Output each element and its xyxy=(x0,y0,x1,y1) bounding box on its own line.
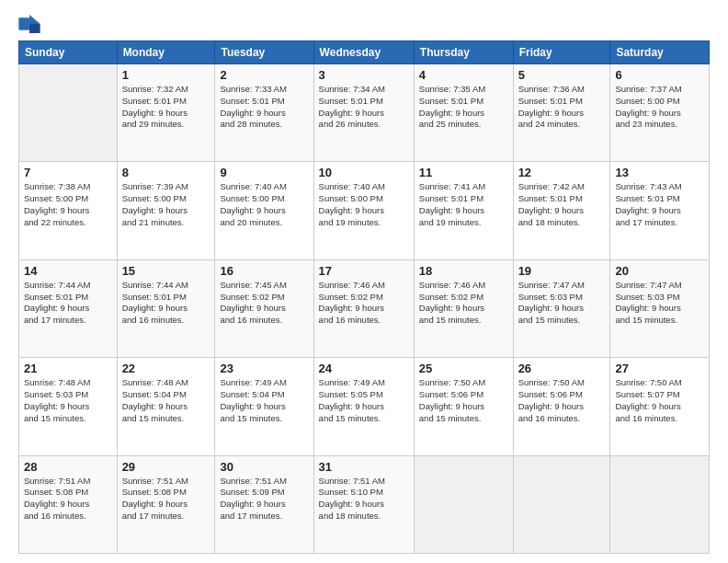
day-number: 13 xyxy=(615,166,704,179)
calendar-cell: 29Sunrise: 7:51 AMSunset: 5:08 PMDayligh… xyxy=(117,455,215,553)
day-info: Sunrise: 7:34 AMSunset: 5:01 PMDaylight:… xyxy=(319,84,409,131)
day-number: 4 xyxy=(419,68,508,82)
calendar-cell: 23Sunrise: 7:49 AMSunset: 5:04 PMDayligh… xyxy=(215,358,313,455)
calendar-cell: 1Sunrise: 7:32 AMSunset: 5:01 PMDaylight… xyxy=(117,64,215,162)
calendar-cell: 13Sunrise: 7:43 AMSunset: 5:01 PMDayligh… xyxy=(610,162,710,259)
day-info: Sunrise: 7:49 AMSunset: 5:05 PMDaylight:… xyxy=(319,377,409,424)
day-number: 16 xyxy=(220,264,308,278)
day-number: 9 xyxy=(220,166,308,179)
day-info: Sunrise: 7:32 AMSunset: 5:01 PMDaylight:… xyxy=(122,84,210,131)
calendar-header-thursday: Thursday xyxy=(414,41,513,64)
day-number: 29 xyxy=(122,460,210,474)
logo-icon xyxy=(18,15,40,33)
day-info: Sunrise: 7:50 AMSunset: 5:06 PMDaylight:… xyxy=(518,377,606,424)
calendar-cell: 30Sunrise: 7:51 AMSunset: 5:09 PMDayligh… xyxy=(215,455,313,553)
day-info: Sunrise: 7:38 AMSunset: 5:00 PMDaylight:… xyxy=(24,181,112,228)
day-number: 31 xyxy=(319,460,409,474)
calendar-week-row: 14Sunrise: 7:44 AMSunset: 5:01 PMDayligh… xyxy=(19,259,710,357)
day-info: Sunrise: 7:51 AMSunset: 5:10 PMDaylight:… xyxy=(319,476,409,523)
day-info: Sunrise: 7:44 AMSunset: 5:01 PMDaylight:… xyxy=(24,280,112,327)
day-number: 20 xyxy=(615,264,704,278)
calendar-header-tuesday: Tuesday xyxy=(215,41,313,64)
day-info: Sunrise: 7:42 AMSunset: 5:01 PMDaylight:… xyxy=(518,181,606,228)
day-number: 18 xyxy=(419,264,508,278)
calendar-cell: 2Sunrise: 7:33 AMSunset: 5:01 PMDaylight… xyxy=(215,64,313,162)
day-number: 23 xyxy=(220,362,308,375)
calendar-cell: 26Sunrise: 7:50 AMSunset: 5:06 PMDayligh… xyxy=(513,358,610,455)
calendar-cell: 28Sunrise: 7:51 AMSunset: 5:08 PMDayligh… xyxy=(19,455,118,553)
day-info: Sunrise: 7:37 AMSunset: 5:00 PMDaylight:… xyxy=(615,84,704,131)
calendar-header-wednesday: Wednesday xyxy=(313,41,414,64)
day-info: Sunrise: 7:41 AMSunset: 5:01 PMDaylight:… xyxy=(419,181,508,228)
day-info: Sunrise: 7:33 AMSunset: 5:01 PMDaylight:… xyxy=(220,84,308,131)
logo xyxy=(18,15,44,33)
calendar-header-row: SundayMondayTuesdayWednesdayThursdayFrid… xyxy=(19,41,710,64)
day-number: 22 xyxy=(122,362,210,375)
day-number: 25 xyxy=(419,362,508,375)
calendar-cell: 19Sunrise: 7:47 AMSunset: 5:03 PMDayligh… xyxy=(513,259,610,357)
day-number: 1 xyxy=(122,68,210,82)
day-number: 3 xyxy=(319,68,409,82)
day-number: 12 xyxy=(518,166,606,179)
calendar-cell: 27Sunrise: 7:50 AMSunset: 5:07 PMDayligh… xyxy=(610,358,710,455)
day-number: 8 xyxy=(122,166,210,179)
day-number: 15 xyxy=(122,264,210,278)
day-info: Sunrise: 7:40 AMSunset: 5:00 PMDaylight:… xyxy=(319,181,409,228)
calendar-week-row: 28Sunrise: 7:51 AMSunset: 5:08 PMDayligh… xyxy=(19,455,710,553)
day-info: Sunrise: 7:50 AMSunset: 5:07 PMDaylight:… xyxy=(615,377,704,424)
day-info: Sunrise: 7:51 AMSunset: 5:08 PMDaylight:… xyxy=(24,476,112,523)
calendar-cell: 22Sunrise: 7:48 AMSunset: 5:04 PMDayligh… xyxy=(117,358,215,455)
day-info: Sunrise: 7:43 AMSunset: 5:01 PMDaylight:… xyxy=(615,181,704,228)
day-info: Sunrise: 7:40 AMSunset: 5:00 PMDaylight:… xyxy=(220,181,308,228)
day-info: Sunrise: 7:36 AMSunset: 5:01 PMDaylight:… xyxy=(518,84,606,131)
day-number: 17 xyxy=(319,264,409,278)
svg-marker-1 xyxy=(29,15,40,24)
calendar-cell: 21Sunrise: 7:48 AMSunset: 5:03 PMDayligh… xyxy=(19,358,118,455)
calendar-cell: 5Sunrise: 7:36 AMSunset: 5:01 PMDaylight… xyxy=(513,64,610,162)
calendar-cell: 20Sunrise: 7:47 AMSunset: 5:03 PMDayligh… xyxy=(610,259,710,357)
day-number: 5 xyxy=(518,68,606,82)
day-info: Sunrise: 7:51 AMSunset: 5:08 PMDaylight:… xyxy=(122,476,210,523)
day-info: Sunrise: 7:39 AMSunset: 5:00 PMDaylight:… xyxy=(122,181,210,228)
day-number: 10 xyxy=(319,166,409,179)
day-number: 27 xyxy=(615,362,704,375)
day-info: Sunrise: 7:48 AMSunset: 5:03 PMDaylight:… xyxy=(24,377,112,424)
day-info: Sunrise: 7:35 AMSunset: 5:01 PMDaylight:… xyxy=(419,84,508,131)
calendar-header-sunday: Sunday xyxy=(19,41,118,64)
day-info: Sunrise: 7:46 AMSunset: 5:02 PMDaylight:… xyxy=(319,280,409,327)
calendar-cell xyxy=(610,455,710,553)
day-number: 30 xyxy=(220,460,308,474)
calendar-cell xyxy=(414,455,513,553)
calendar-cell xyxy=(19,64,118,162)
calendar-cell: 15Sunrise: 7:44 AMSunset: 5:01 PMDayligh… xyxy=(117,259,215,357)
day-info: Sunrise: 7:45 AMSunset: 5:02 PMDaylight:… xyxy=(220,280,308,327)
day-info: Sunrise: 7:51 AMSunset: 5:09 PMDaylight:… xyxy=(220,476,308,523)
day-number: 24 xyxy=(319,362,409,375)
calendar-cell: 25Sunrise: 7:50 AMSunset: 5:06 PMDayligh… xyxy=(414,358,513,455)
day-info: Sunrise: 7:48 AMSunset: 5:04 PMDaylight:… xyxy=(122,377,210,424)
calendar-cell: 24Sunrise: 7:49 AMSunset: 5:05 PMDayligh… xyxy=(313,358,414,455)
calendar-cell: 12Sunrise: 7:42 AMSunset: 5:01 PMDayligh… xyxy=(513,162,610,259)
calendar-cell: 14Sunrise: 7:44 AMSunset: 5:01 PMDayligh… xyxy=(19,259,118,357)
svg-rect-0 xyxy=(18,17,29,29)
day-info: Sunrise: 7:47 AMSunset: 5:03 PMDaylight:… xyxy=(615,280,704,327)
calendar-week-row: 21Sunrise: 7:48 AMSunset: 5:03 PMDayligh… xyxy=(19,358,710,455)
calendar-week-row: 7Sunrise: 7:38 AMSunset: 5:00 PMDaylight… xyxy=(19,162,710,259)
page-container: SundayMondayTuesdayWednesdayThursdayFrid… xyxy=(0,0,728,563)
calendar-cell: 11Sunrise: 7:41 AMSunset: 5:01 PMDayligh… xyxy=(414,162,513,259)
calendar-cell: 16Sunrise: 7:45 AMSunset: 5:02 PMDayligh… xyxy=(215,259,313,357)
day-info: Sunrise: 7:46 AMSunset: 5:02 PMDaylight:… xyxy=(419,280,508,327)
calendar-cell: 18Sunrise: 7:46 AMSunset: 5:02 PMDayligh… xyxy=(414,259,513,357)
day-info: Sunrise: 7:49 AMSunset: 5:04 PMDaylight:… xyxy=(220,377,308,424)
calendar-cell: 3Sunrise: 7:34 AMSunset: 5:01 PMDaylight… xyxy=(313,64,414,162)
calendar-cell: 10Sunrise: 7:40 AMSunset: 5:00 PMDayligh… xyxy=(313,162,414,259)
calendar-cell: 6Sunrise: 7:37 AMSunset: 5:00 PMDaylight… xyxy=(610,64,710,162)
day-number: 6 xyxy=(615,68,704,82)
calendar-cell: 8Sunrise: 7:39 AMSunset: 5:00 PMDaylight… xyxy=(117,162,215,259)
day-number: 19 xyxy=(518,264,606,278)
calendar-cell: 4Sunrise: 7:35 AMSunset: 5:01 PMDaylight… xyxy=(414,64,513,162)
day-number: 7 xyxy=(24,166,112,179)
calendar-cell: 17Sunrise: 7:46 AMSunset: 5:02 PMDayligh… xyxy=(313,259,414,357)
day-number: 26 xyxy=(518,362,606,375)
calendar-table: SundayMondayTuesdayWednesdayThursdayFrid… xyxy=(18,40,710,554)
